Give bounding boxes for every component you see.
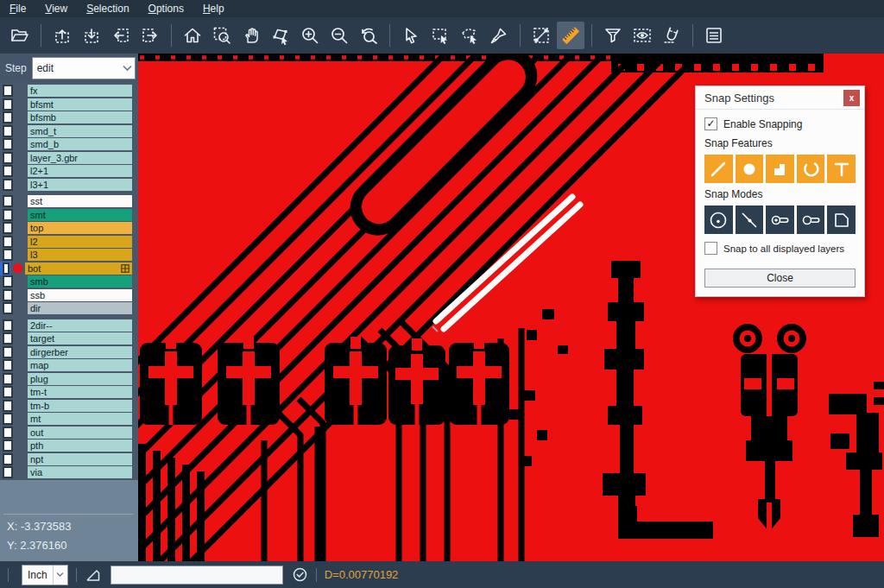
layer-row-plug[interactable]: plug [0, 373, 138, 385]
layer-name[interactable]: plug [28, 373, 132, 385]
layer-name[interactable]: l3 [28, 249, 132, 261]
layer-name[interactable]: out [28, 427, 132, 439]
layer-name[interactable]: bfsmb [28, 111, 132, 123]
layer-name[interactable]: l3+1 [28, 179, 132, 191]
layer-name[interactable]: layer_3.gbr [28, 152, 132, 164]
layer-visibility-checkbox[interactable] [0, 111, 13, 123]
layers-panel-button[interactable] [700, 22, 728, 49]
layer-visibility-checkbox[interactable] [0, 453, 13, 465]
layer-row-map[interactable]: map [0, 359, 138, 371]
snap-line-button[interactable] [704, 155, 733, 183]
layer-visibility-checkbox[interactable] [0, 439, 13, 452]
layer-visibility-checkbox[interactable] [0, 319, 13, 332]
layer-row-ssb[interactable]: ssb [0, 289, 138, 301]
layer-visibility-checkbox[interactable] [0, 85, 13, 97]
layer-name[interactable]: l2+1 [28, 165, 132, 177]
layer-visibility-checkbox[interactable] [0, 427, 13, 439]
layer-visibility-checkbox[interactable] [0, 289, 13, 301]
snap-slot-button[interactable] [797, 205, 825, 234]
snap-dialog-titlebar[interactable]: Snap Settings x [696, 86, 864, 110]
layer-row-dirgerber[interactable]: dirgerber [0, 346, 138, 358]
layer-visibility-checkbox[interactable] [0, 386, 13, 398]
step-select[interactable]: edit [32, 57, 136, 79]
layer-row-out[interactable]: out [0, 427, 138, 439]
snap-pad-button[interactable] [736, 155, 764, 183]
layer-visibility-checkbox[interactable] [0, 302, 13, 314]
layer-name[interactable]: bfsmt [28, 98, 132, 111]
layer-row-npt[interactable]: npt [0, 453, 138, 465]
layer-name[interactable]: smt [28, 209, 132, 221]
unit-select[interactable]: Inch [22, 565, 68, 585]
select-rect-button[interactable] [426, 22, 454, 49]
layer-row-fx[interactable]: fx [0, 85, 138, 97]
layer-row-dir[interactable]: dir [0, 302, 138, 314]
layer-name[interactable]: npt [28, 453, 132, 465]
layer-name[interactable]: fx [28, 85, 132, 97]
layer-visibility-checkbox[interactable] [0, 125, 13, 137]
layer-row-2dir--[interactable]: 2dir-- [0, 319, 138, 332]
snap-nearest-point-button[interactable] [736, 205, 764, 234]
layer-name[interactable]: tm-b [28, 400, 132, 412]
layer-name[interactable]: top [28, 222, 132, 234]
view-options-button[interactable] [628, 22, 656, 49]
layer-name[interactable]: sst [28, 195, 132, 207]
layer-name[interactable]: dirgerber [28, 346, 132, 358]
measure-line-button[interactable] [527, 22, 555, 49]
layer-visibility-checkbox[interactable] [0, 165, 13, 177]
ruler-button[interactable] [557, 22, 584, 49]
layer-visibility-checkbox[interactable] [0, 222, 13, 234]
layer-visibility-checkbox[interactable] [0, 346, 13, 358]
layer-name[interactable]: pth [28, 439, 132, 452]
menu-selection[interactable]: Selection [77, 0, 138, 17]
zoom-out-button[interactable] [325, 22, 353, 49]
snap-center-button[interactable] [704, 205, 733, 234]
layer-row-sst[interactable]: sst [0, 195, 138, 207]
layer-visibility-checkbox[interactable] [0, 359, 13, 371]
layer-name[interactable]: ssb [28, 289, 132, 301]
layer-name[interactable]: smb [28, 275, 132, 288]
shift-right-button[interactable] [136, 22, 164, 49]
layer-row-smb[interactable]: smb [0, 275, 138, 288]
filter-button[interactable] [599, 22, 627, 49]
shift-left-button[interactable] [107, 22, 135, 49]
layer-row-bfsmb[interactable]: bfsmb [0, 111, 138, 123]
snap-text-button[interactable] [827, 155, 856, 183]
zoom-area-button[interactable] [208, 22, 236, 49]
layer-row-pth[interactable]: pth [0, 439, 138, 452]
layer-visibility-checkbox[interactable] [0, 152, 13, 164]
layer-name[interactable]: smd_b [28, 138, 132, 150]
layer-row-smd_t[interactable]: smd_t [0, 125, 138, 137]
snap-magnet-button[interactable] [658, 22, 685, 49]
select-arrow-button[interactable] [397, 22, 425, 49]
layer-visibility-checkbox[interactable] [0, 413, 13, 425]
layer-row-l2+1[interactable]: l2+1 [0, 165, 138, 177]
layer-name[interactable]: map [28, 359, 132, 371]
layer-name[interactable]: l2 [28, 236, 132, 248]
layer-row-bot[interactable]: bot [0, 262, 138, 275]
layer-visibility-checkbox[interactable] [0, 209, 13, 221]
layer-visibility-checkbox[interactable] [0, 179, 13, 191]
import-down-button[interactable] [78, 22, 105, 49]
layer-row-top[interactable]: top [0, 222, 138, 234]
layer-visibility-checkbox[interactable] [0, 138, 13, 150]
snap-all-layers-row[interactable]: ✓ Snap to all displayed layers [704, 242, 856, 255]
layer-name[interactable]: 2dir-- [28, 319, 132, 332]
pan-hand-button[interactable] [237, 22, 265, 49]
layer-visibility-checkbox[interactable] [0, 275, 13, 288]
layer-visibility-checkbox[interactable] [0, 466, 13, 478]
snap-arc-button[interactable] [797, 155, 825, 183]
home-view-button[interactable] [179, 22, 206, 49]
layer-visibility-checkbox[interactable] [0, 98, 13, 111]
layer-row-via[interactable]: via [0, 466, 138, 478]
layer-visibility-checkbox[interactable] [0, 400, 13, 412]
layer-row-layer_3.gbr[interactable]: layer_3.gbr [0, 152, 138, 164]
open-file-button[interactable] [6, 22, 34, 49]
layer-row-smt[interactable]: smt [0, 209, 138, 221]
snap-surface-button[interactable] [766, 155, 794, 183]
layer-row-smd_b[interactable]: smd_b [0, 138, 138, 150]
menu-help[interactable]: Help [193, 0, 234, 17]
layer-row-tm-t[interactable]: tm-t [0, 386, 138, 398]
layer-name[interactable]: mt [28, 413, 132, 425]
layer-visibility-checkbox[interactable] [0, 236, 13, 248]
clear-brush-button[interactable] [485, 22, 513, 49]
